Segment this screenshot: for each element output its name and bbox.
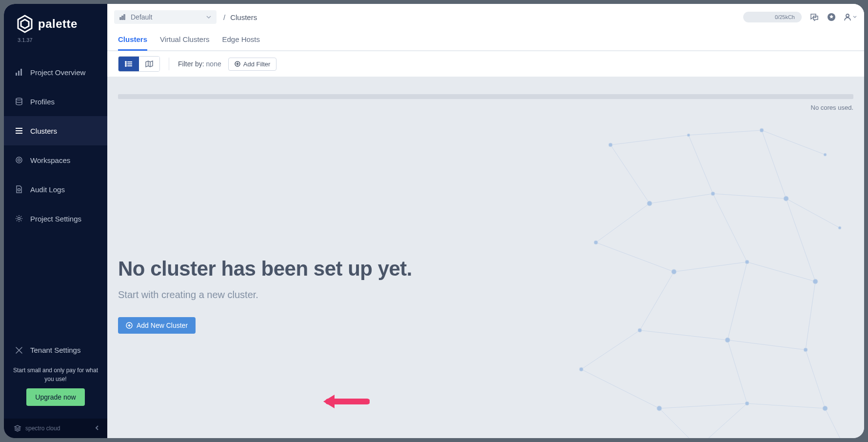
breadcrumb-current: Clusters [230,13,257,21]
empty-state-subtitle: Start with creating a new cluster. [118,289,412,301]
list-view-button[interactable] [118,57,139,71]
svg-line-38 [640,272,674,330]
svg-line-37 [786,199,815,281]
svg-point-62 [745,260,749,264]
svg-line-47 [659,403,747,408]
svg-line-23 [611,135,689,145]
svg-point-59 [838,226,841,229]
svg-line-48 [747,403,825,408]
svg-point-53 [687,134,690,137]
svg-point-3 [16,98,22,100]
divider [169,58,169,70]
svg-line-31 [786,199,840,228]
user-menu[interactable] [844,13,857,21]
svg-line-32 [596,203,650,242]
logo: palette [4,4,107,37]
svg-line-35 [747,262,815,281]
svg-rect-12 [122,16,123,20]
sidebar-item-audit-logs[interactable]: Audit Logs [4,175,107,204]
list-icon [15,127,23,135]
tab-clusters[interactable]: Clusters [118,31,147,50]
tools-icon [15,346,23,354]
tab-edge-hosts[interactable]: Edge Hosts [222,31,260,50]
annotation-arrow-icon [321,392,370,411]
tabs: Clusters Virtual Clusters Edge Hosts [107,26,864,50]
user-icon [844,13,851,21]
cores-used-label: No cores used. [811,104,853,111]
sidebar-bottom: Tenant Settings Start small and only pay… [4,339,107,419]
main: Default / Clusters 0/25kCh [107,4,864,438]
svg-rect-2 [20,69,22,76]
toolbar: Filter by: none Add Filter [107,51,864,77]
footer-brand-text: spectro cloud [25,425,60,432]
project-selector[interactable]: Default [114,10,217,24]
add-cluster-label: Add New Cluster [137,321,188,329]
add-filter-button[interactable]: Add Filter [228,58,277,71]
svg-rect-0 [16,73,17,76]
list-icon [125,61,133,67]
sidebar-item-project-settings[interactable]: Project Settings [4,204,107,233]
svg-point-10 [18,218,20,220]
map-icon [145,60,153,67]
sidebar-item-profiles[interactable]: Profiles [4,87,107,116]
svg-point-20 [125,65,126,66]
svg-point-60 [594,241,598,244]
chevron-down-icon [206,14,212,20]
svg-line-51 [825,408,845,438]
database-icon [15,98,23,105]
chart-icon [15,68,23,76]
usage-badge: 0/25kCh [743,12,802,22]
tab-virtual-clusters[interactable]: Virtual Clusters [160,31,209,50]
sidebar-item-clusters[interactable]: Clusters [4,116,107,145]
svg-point-63 [813,279,818,284]
svg-line-45 [728,340,747,403]
chat-button[interactable] [809,12,819,22]
map-view-button[interactable] [139,57,159,71]
svg-line-50 [698,403,747,438]
topbar: Default / Clusters 0/25kCh [107,4,864,51]
upgrade-button[interactable]: Upgrade now [26,388,84,406]
svg-point-8 [18,159,20,161]
filter-label: Filter by: none [178,60,221,68]
svg-line-36 [713,194,747,262]
view-toggle [118,56,160,72]
collapse-sidebar-button[interactable] [95,425,99,432]
svg-line-41 [640,330,728,340]
svg-line-28 [762,130,786,199]
svg-point-9 [18,189,20,191]
chevron-down-icon [852,15,857,20]
chat-icon [809,12,819,22]
logo-icon [17,15,33,33]
sidebar-item-label: Audit Logs [30,185,65,194]
chart-bars-icon [119,14,126,20]
sidebar-item-tenant-settings[interactable]: Tenant Settings [4,339,107,361]
svg-line-44 [581,369,659,408]
sidebar-item-label: Project Overview [30,68,85,77]
content: No cores used. [107,77,864,438]
svg-point-15 [846,14,849,17]
svg-line-26 [611,145,650,203]
plus-circle-icon [235,61,240,67]
svg-point-57 [711,192,715,196]
sidebar-item-project-overview[interactable]: Project Overview [4,58,107,87]
svg-line-33 [596,242,674,272]
svg-point-55 [824,153,827,156]
svg-point-66 [804,348,808,352]
sidebar: palette 3.1.37 Project Overview Profiles [4,4,107,438]
help-button[interactable] [827,13,836,21]
sidebar-item-workspaces[interactable]: Workspaces [4,145,107,175]
svg-point-7 [16,157,22,163]
project-selector-label: Default [131,13,152,21]
page-icon [15,185,23,193]
svg-point-54 [760,128,764,132]
add-new-cluster-button[interactable]: Add New Cluster [118,317,196,334]
upgrade-copy: Start small and only pay for what you us… [11,366,100,383]
svg-line-46 [806,350,825,408]
svg-point-58 [784,196,789,201]
star-circle-icon [827,13,836,21]
svg-line-39 [728,262,747,340]
target-icon [15,156,23,164]
sidebar-nav: Project Overview Profiles Clusters Works… [4,58,107,339]
chevron-left-icon [95,425,99,430]
footer-brand: spectro cloud [14,424,60,432]
